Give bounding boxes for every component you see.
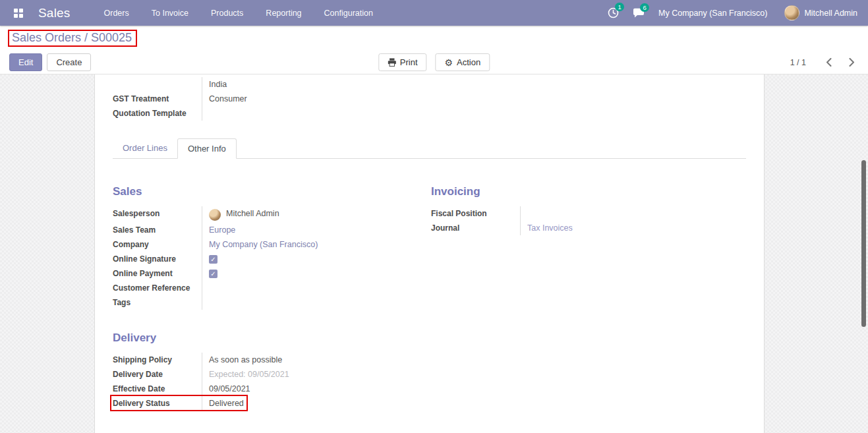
field-label-empty: [113, 77, 202, 92]
field-row-shipping-policy: Shipping Policy As soon as possible: [113, 353, 409, 367]
breadcrumb[interactable]: Sales Orders / S00025: [12, 31, 132, 45]
fiscal-position-value: [520, 206, 728, 221]
sales-team-label: Sales Team: [113, 223, 202, 237]
online-signature-checkbox: ✓: [209, 255, 217, 264]
button-row: Edit Create Print ⚙ Action 1 / 1: [0, 51, 868, 74]
nav-item-to-invoice[interactable]: To Invoice: [140, 0, 200, 26]
online-payment-label: Online Payment: [113, 266, 202, 281]
salesperson-name[interactable]: Mitchell Admin: [226, 209, 279, 219]
field-row-gst-treatment: GST Treatment Consumer: [113, 92, 746, 106]
action-button[interactable]: ⚙ Action: [436, 53, 490, 71]
action-label: Action: [457, 57, 480, 67]
breadcrumb-row: Sales Orders / S00025: [0, 26, 868, 51]
online-payment-checkbox: ✓: [209, 270, 217, 278]
gear-icon: ⚙: [445, 58, 453, 67]
customer-reference-value: [202, 281, 409, 295]
field-row-effective-date: Effective Date 09/05/2021: [113, 382, 409, 396]
tab-order-lines[interactable]: Order Lines: [113, 138, 177, 158]
notebook-tabs: Order Lines Other Info: [113, 138, 746, 159]
journal-label: Journal: [431, 221, 520, 235]
field-row-tags: Tags: [113, 295, 409, 310]
online-payment-value: ✓: [202, 266, 409, 281]
shipping-policy-value: As soon as possible: [202, 353, 409, 367]
delivery-section-title: Delivery: [113, 332, 409, 345]
sales-team-link[interactable]: Europe: [209, 225, 235, 235]
field-row-country: India: [113, 77, 746, 92]
invoicing-section-title: Invoicing: [431, 185, 728, 198]
vertical-scrollbar[interactable]: [861, 160, 866, 327]
pager-previous-icon[interactable]: [822, 57, 836, 68]
pager-count: 1 / 1: [790, 58, 806, 67]
annotation-box-breadcrumb: Sales Orders / S00025: [8, 30, 137, 47]
activity-clock-icon[interactable]: 1: [608, 7, 619, 18]
top-field-group: India GST Treatment Consumer Quotation T…: [113, 77, 746, 121]
sales-section-title: Sales: [113, 185, 409, 198]
nav-item-products[interactable]: Products: [200, 0, 254, 26]
delivery-status-value: Delivered: [202, 396, 409, 411]
company-value: My Company (San Francisco): [202, 237, 409, 252]
nav-menu: Orders To Invoice Products Reporting Con…: [93, 0, 384, 26]
other-info-page: Sales Salesperson Mitchell Admin Sales T…: [113, 185, 746, 310]
invoicing-group: Invoicing Fiscal Position Journal Tax In…: [431, 185, 728, 310]
field-row-fiscal-position: Fiscal Position: [431, 206, 728, 221]
company-label: Company: [113, 237, 202, 252]
online-signature-label: Online Signature: [113, 252, 202, 266]
form-sheet: India GST Treatment Consumer Quotation T…: [94, 74, 765, 433]
sales-team-value: Europe: [202, 223, 409, 237]
top-navbar: Sales Orders To Invoice Products Reporti…: [0, 0, 868, 26]
print-label: Print: [400, 57, 418, 67]
pager: 1 / 1: [790, 57, 859, 68]
app-brand[interactable]: Sales: [38, 6, 71, 20]
effective-date-value: 09/05/2021: [202, 382, 409, 396]
field-row-customer-reference: Customer Reference: [113, 281, 409, 295]
field-row-online-payment: Online Payment ✓: [113, 266, 409, 281]
nav-item-configuration[interactable]: Configuration: [313, 0, 384, 26]
print-button[interactable]: Print: [378, 53, 427, 71]
activity-badge: 1: [615, 3, 624, 11]
sales-group: Sales Salesperson Mitchell Admin Sales T…: [113, 185, 409, 310]
field-row-salesperson: Salesperson Mitchell Admin: [113, 206, 409, 223]
create-button[interactable]: Create: [47, 53, 91, 71]
field-row-delivery-status: Delivery Status Delivered: [113, 396, 409, 411]
effective-date-label: Effective Date: [113, 382, 202, 396]
control-panel: Sales Orders / S00025 Edit Create Print …: [0, 26, 868, 74]
field-row-journal: Journal Tax Invoices: [431, 221, 728, 235]
salesperson-label: Salesperson: [113, 206, 202, 223]
field-row-quotation-template: Quotation Template: [113, 106, 746, 121]
messages-badge: 6: [640, 3, 649, 12]
delivery-date-label: Delivery Date: [113, 367, 202, 382]
company-switcher[interactable]: My Company (San Francisco): [658, 9, 767, 18]
field-row-sales-team: Sales Team Europe: [113, 223, 409, 237]
tab-other-info[interactable]: Other Info: [177, 138, 237, 159]
customer-reference-label: Customer Reference: [113, 281, 202, 295]
salesperson-avatar: [209, 209, 221, 221]
journal-link[interactable]: Tax Invoices: [527, 223, 573, 233]
gst-treatment-value: Consumer: [202, 92, 746, 106]
systray: 1 6 My Company (San Francisco) Mitchell …: [608, 5, 868, 20]
edit-button[interactable]: Edit: [9, 53, 42, 71]
country-value: India: [202, 77, 746, 92]
pager-next-icon[interactable]: [845, 57, 859, 68]
nav-item-orders[interactable]: Orders: [93, 0, 140, 26]
print-icon: [388, 58, 396, 67]
tags-value: [202, 295, 409, 310]
apps-menu-icon[interactable]: [14, 9, 23, 18]
user-avatar[interactable]: [784, 5, 799, 20]
user-menu[interactable]: Mitchell Admin: [804, 9, 857, 18]
quotation-template-label: Quotation Template: [113, 106, 202, 121]
delivery-date-value: Expected: 09/05/2021: [202, 367, 409, 382]
journal-value: Tax Invoices: [520, 221, 728, 235]
nav-item-reporting[interactable]: Reporting: [254, 0, 312, 26]
quotation-template-value: [202, 106, 746, 121]
delivery-group: Delivery Shipping Policy As soon as poss…: [113, 332, 409, 411]
online-signature-value: ✓: [202, 252, 409, 266]
salesperson-value: Mitchell Admin: [202, 206, 409, 223]
field-row-company: Company My Company (San Francisco): [113, 237, 409, 252]
fiscal-position-label: Fiscal Position: [431, 206, 520, 221]
company-link[interactable]: My Company (San Francisco): [209, 240, 318, 250]
messages-icon[interactable]: 6: [633, 8, 645, 18]
delivery-status-label: Delivery Status: [113, 396, 202, 411]
shipping-policy-label: Shipping Policy: [113, 353, 202, 367]
field-row-delivery-date: Delivery Date Expected: 09/05/2021: [113, 367, 409, 382]
field-row-online-signature: Online Signature ✓: [113, 252, 409, 266]
